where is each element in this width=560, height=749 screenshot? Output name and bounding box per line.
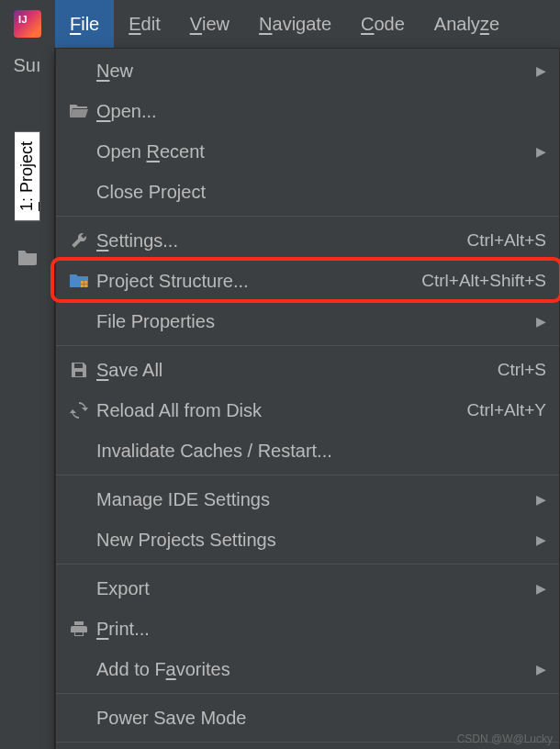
menu-item-label: Project Structure... [93, 271, 412, 292]
toolwindow-tab-project[interactable]: 1: Project [15, 131, 40, 221]
menubar: IJ FileEditViewNavigateCodeAnalyze [0, 0, 560, 48]
menu-item-shortcut: Ctrl+Alt+Y [457, 400, 546, 420]
structure-icon [65, 273, 93, 289]
menu-item-label: New Projects Settings [93, 530, 529, 551]
menu-item-label: Settings... [93, 230, 457, 252]
menu-item-label: File Properties [93, 311, 529, 332]
app-icon: IJ [14, 10, 41, 38]
menu-item-label: Print... [93, 619, 546, 640]
menu-item-export[interactable]: Export▶ [56, 568, 559, 609]
menu-item-label: Open Recent [93, 141, 529, 162]
menu-item-shortcut: Ctrl+Alt+Shift+S [412, 271, 546, 291]
menu-item-label: Power Save Mode [93, 708, 546, 729]
submenu-arrow-icon: ▶ [536, 144, 546, 159]
menu-separator [56, 216, 559, 217]
truncated-toolbar-text: Suı [11, 55, 42, 76]
menubar-item-view[interactable]: View [175, 0, 244, 48]
menubar-item-edit[interactable]: Edit [114, 0, 174, 48]
open-icon [65, 103, 93, 119]
menu-item-new[interactable]: New▶ [56, 50, 559, 91]
menu-separator [56, 693, 559, 694]
svg-rect-0 [81, 281, 84, 284]
menu-item-label: Export [93, 578, 529, 599]
menu-item-shortcut: Ctrl+S [488, 360, 546, 380]
menu-item-label: Save All [93, 360, 488, 381]
watermark-text: CSDN @W@Lucky [457, 732, 553, 745]
menu-item-label: Manage IDE Settings [93, 489, 529, 510]
menu-separator [56, 475, 559, 475]
menu-item-open-recent[interactable]: Open Recent▶ [56, 131, 559, 172]
menu-item-project-structure[interactable]: Project Structure...Ctrl+Alt+Shift+S [56, 261, 559, 301]
menu-item-add-to-favorites[interactable]: Add to Favorites▶ [56, 649, 559, 689]
menu-item-label: Reload All from Disk [93, 400, 457, 421]
menu-item-close-project[interactable]: Close Project [56, 172, 559, 212]
menu-item-print[interactable]: Print... [56, 609, 559, 649]
folder-icon [17, 249, 38, 265]
menubar-item-analyze[interactable]: Analyze [420, 0, 514, 48]
submenu-arrow-icon: ▶ [536, 662, 546, 676]
submenu-arrow-icon: ▶ [536, 492, 546, 507]
menu-item-settings[interactable]: Settings...Ctrl+Alt+S [56, 220, 559, 261]
menu-item-save-all[interactable]: Save AllCtrl+S [56, 350, 559, 390]
menubar-item-file[interactable]: File [55, 0, 114, 48]
submenu-arrow-icon: ▶ [536, 314, 546, 329]
menu-item-label: Invalidate Caches / Restart... [93, 441, 546, 462]
submenu-arrow-icon: ▶ [536, 532, 546, 547]
menu-item-label: Close Project [93, 182, 546, 203]
menubar-item-navigate[interactable]: Navigate [244, 0, 346, 48]
menu-item-shortcut: Ctrl+Alt+S [457, 230, 546, 251]
menu-item-manage-ide-settings[interactable]: Manage IDE Settings▶ [56, 479, 559, 520]
menu-item-invalidate-caches-restart[interactable]: Invalidate Caches / Restart... [56, 430, 559, 471]
submenu-arrow-icon: ▶ [536, 581, 546, 596]
file-menu: New▶Open...Open Recent▶Close ProjectSett… [55, 48, 560, 749]
wrench-icon [65, 231, 93, 250]
print-icon [65, 620, 93, 638]
menu-item-new-projects-settings[interactable]: New Projects Settings▶ [56, 520, 559, 560]
menu-item-open[interactable]: Open... [56, 91, 559, 131]
left-gutter: Suı 1: Project [0, 48, 55, 749]
menu-item-label: Open... [93, 101, 546, 122]
submenu-arrow-icon: ▶ [536, 63, 546, 78]
menubar-item-code[interactable]: Code [346, 0, 420, 48]
reload-icon [65, 401, 93, 419]
menu-item-label: Add to Favorites [93, 659, 529, 680]
app-icon-cell: IJ [0, 0, 55, 48]
menu-item-label: New [93, 61, 529, 82]
menu-item-file-properties[interactable]: File Properties▶ [56, 301, 559, 341]
menu-item-reload-all-from-disk[interactable]: Reload All from DiskCtrl+Alt+Y [56, 390, 559, 430]
menu-separator [56, 345, 559, 346]
svg-rect-3 [84, 285, 87, 287]
svg-rect-2 [81, 285, 84, 287]
save-icon [65, 361, 93, 379]
svg-rect-1 [84, 281, 87, 284]
menu-separator [56, 564, 559, 565]
